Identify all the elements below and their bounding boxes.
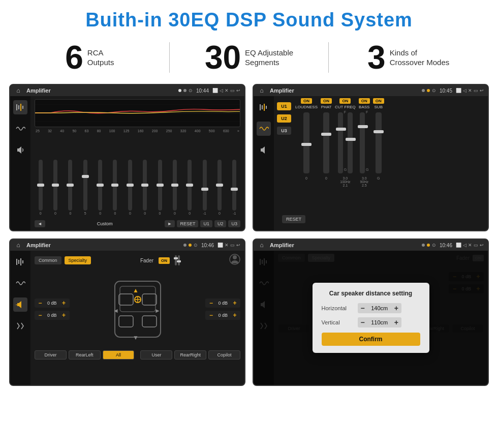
cutfreq-slider-f[interactable] (338, 112, 343, 173)
eq-slider-0[interactable]: 0 (35, 160, 46, 215)
fader-expand-icon[interactable] (13, 319, 27, 333)
db-control-rl: − 0 dB + (35, 311, 70, 320)
eq-slider-3[interactable]: 5 (79, 160, 91, 215)
confirm-button[interactable]: Confirm (322, 333, 420, 346)
eq-next-btn[interactable]: ► (165, 220, 175, 227)
eq-slider-10[interactable]: 0 (184, 160, 196, 215)
eq-u2-btn[interactable]: U2 (214, 220, 227, 227)
bass-on[interactable]: ON (359, 98, 370, 104)
loudness-slider[interactable] (303, 112, 309, 173)
phat-slider[interactable] (323, 112, 329, 173)
eq-slider-4[interactable]: 0 (94, 160, 106, 215)
driver-btn[interactable]: Driver (35, 350, 67, 360)
status-dot-2 (183, 89, 186, 92)
svg-text:◄: ◄ (113, 307, 119, 314)
stat-eq-text: EQ AdjustableSegments (245, 48, 293, 68)
common-tab[interactable]: Common (35, 256, 61, 264)
xover-wave-icon[interactable] (257, 122, 271, 136)
eq-slider-2[interactable]: 0 (65, 160, 76, 215)
back-icon[interactable]: ↩ (236, 88, 240, 93)
svg-rect-10 (264, 104, 265, 111)
sub-slider[interactable] (376, 112, 382, 173)
loudness-on[interactable]: ON (301, 98, 312, 104)
fader-eq-icon[interactable] (13, 255, 27, 269)
eq-slider-1[interactable]: 0 (49, 160, 61, 215)
home-icon-3[interactable]: ⌂ (14, 241, 22, 249)
fader-user-icon[interactable] (229, 254, 240, 267)
cutfreq-slider-g[interactable] (348, 112, 353, 173)
camera-icon-3: ⬜ (217, 243, 223, 248)
user-btn[interactable]: User (140, 350, 172, 360)
db-fr-minus[interactable]: − (207, 300, 214, 307)
copilot-btn[interactable]: Copilot (208, 350, 240, 360)
eq-icon[interactable] (13, 100, 27, 114)
svg-marker-12 (261, 146, 265, 154)
fader-on-btn[interactable]: ON (159, 257, 170, 264)
status-dot-1 (178, 89, 181, 92)
status-dot-3 (422, 89, 425, 92)
wave-icon[interactable] (13, 122, 27, 136)
db-fl-minus[interactable]: − (37, 300, 44, 307)
horizontal-ctrl: − 140cm + (358, 303, 401, 313)
db-rl-plus[interactable]: + (60, 312, 68, 319)
u1-button[interactable]: U1 (277, 102, 291, 110)
home-icon-4[interactable]: ⌂ (258, 241, 266, 249)
sub-on[interactable]: ON (373, 98, 384, 104)
all-btn[interactable]: All (103, 350, 135, 360)
u2-button[interactable]: U2 (277, 114, 291, 123)
db-fr-plus[interactable]: + (231, 300, 238, 307)
eq-slider-11[interactable]: -1 (199, 160, 210, 215)
svg-rect-14 (18, 260, 19, 264)
xover-reset-btn[interactable]: RESET (282, 215, 305, 223)
db-rr-minus[interactable]: − (207, 312, 214, 319)
eq-slider-13[interactable]: -1 (229, 160, 240, 215)
rear-right-btn[interactable]: RearRight (174, 350, 206, 360)
back-icon-3[interactable]: ↩ (236, 243, 240, 248)
db-rl-minus[interactable]: − (37, 312, 44, 319)
fader-right-controls: − 0 dB + − 0 dB + (205, 298, 240, 320)
back-icon-4[interactable]: ↩ (480, 243, 484, 248)
horizontal-minus[interactable]: − (361, 304, 365, 312)
fader-speaker-icon[interactable] (13, 297, 27, 312)
xover-speaker-icon[interactable] (257, 143, 271, 157)
vertical-minus[interactable]: − (361, 318, 365, 326)
specialty-tab[interactable]: Specialty (65, 256, 91, 264)
eq-slider-12[interactable]: 0 (213, 160, 225, 215)
home-icon[interactable]: ⌂ (14, 86, 22, 95)
xover-status-bar: ⌂ Amplifier ⊙ 10:45 ⬜ ◁ ✕ ▭ ↩ (254, 85, 488, 96)
xover-eq-icon[interactable] (257, 100, 271, 114)
db-fl-plus[interactable]: + (60, 300, 68, 307)
cutfreq-on[interactable]: ON (339, 98, 351, 104)
phat-on[interactable]: ON (321, 98, 332, 104)
status-dot-4 (427, 89, 430, 92)
back-icon-2[interactable]: ↩ (480, 88, 484, 93)
bass-slider[interactable] (360, 112, 365, 173)
eq-slider-6[interactable]: 0 (124, 160, 136, 215)
eq-u1-btn[interactable]: U1 (200, 220, 212, 227)
eq-prev-btn[interactable]: ◄ (35, 220, 45, 227)
eq-slider-5[interactable]: 0 (109, 160, 121, 215)
horizontal-plus[interactable]: + (394, 304, 398, 312)
u3-button[interactable]: U3 (277, 127, 291, 135)
location-icon-3: ⊙ (194, 243, 198, 248)
dist-status-bar: ⌂ Amplifier ⊙ 10:46 ⬜ ◁ ✕ ▭ ↩ (254, 240, 488, 251)
speaker-icon[interactable] (13, 143, 27, 157)
eq-slider-8[interactable]: 0 (154, 160, 166, 215)
horizontal-label: Horizontal (322, 305, 355, 311)
fader-wave-icon[interactable] (13, 276, 27, 290)
close-icon: ✕ (225, 88, 229, 93)
car-diagram: ▲ ▼ ◄ ► (74, 271, 202, 347)
db-rl-value: 0 dB (45, 313, 59, 318)
vertical-plus[interactable]: + (394, 318, 398, 326)
db-rr-plus[interactable]: + (231, 312, 238, 319)
xover-app-name: Amplifier (270, 87, 420, 94)
eq-reset-btn[interactable]: RESET (177, 220, 198, 227)
rear-left-btn[interactable]: RearLeft (69, 350, 101, 360)
eq-u3-btn[interactable]: U3 (228, 220, 240, 227)
close-icon-4: ✕ (468, 243, 472, 248)
eq-slider-9[interactable]: 0 (169, 160, 180, 215)
dist-app-name: Amplifier (270, 242, 420, 248)
home-icon-2[interactable]: ⌂ (258, 86, 266, 95)
xover-time: 10:45 (440, 88, 452, 94)
eq-slider-7[interactable]: 0 (139, 160, 151, 215)
